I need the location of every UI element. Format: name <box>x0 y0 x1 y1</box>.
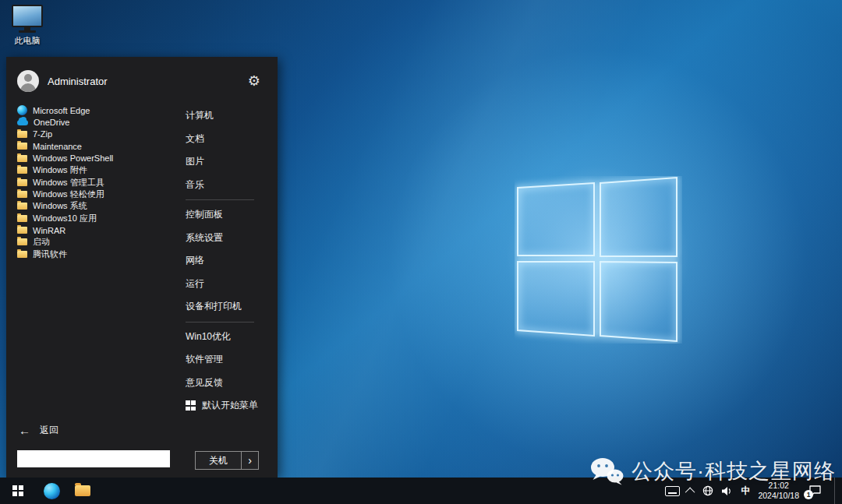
user-name: Administrator <box>48 76 108 87</box>
file-explorer-folder-icon <box>75 485 90 496</box>
menu-item-pictures[interactable]: 图片 <box>186 150 270 174</box>
menu-item-control-panel[interactable]: 控制面板 <box>186 203 270 227</box>
hidden-icons-chevron[interactable] <box>685 487 695 497</box>
menu-item-network[interactable]: 网络 <box>186 249 270 273</box>
program-item-winrar[interactable]: WinRAR <box>17 224 181 236</box>
menu-divider <box>186 322 254 322</box>
program-item-powershell[interactable]: Windows PowerShell <box>17 153 181 164</box>
user-avatar[interactable] <box>17 70 39 92</box>
start-search-input[interactable] <box>17 450 170 467</box>
menu-item-computer[interactable]: 计算机 <box>186 104 270 128</box>
program-label: Windows10 应用 <box>33 213 97 224</box>
watermark-text: 公众号·科技之星网络 <box>632 457 836 485</box>
folder-icon <box>17 143 27 150</box>
program-label: 启动 <box>33 236 50 248</box>
volume-icon[interactable] <box>721 486 733 496</box>
onedrive-cloud-icon <box>17 120 28 125</box>
taskbar-edge-button[interactable] <box>36 478 67 504</box>
folder-icon <box>17 227 27 234</box>
arrow-left-icon: ← <box>19 425 30 436</box>
program-item-tencent-software[interactable]: 腾讯软件 <box>17 248 181 260</box>
folder-icon <box>17 155 27 162</box>
menu-item-win10-optimize[interactable]: Win10优化 <box>186 326 270 349</box>
program-label: Windows 管理工具 <box>33 177 104 189</box>
menu-item-software-manager[interactable]: 软件管理 <box>186 348 270 372</box>
program-label: Microsoft Edge <box>33 106 90 115</box>
program-item-windows10-apps[interactable]: Windows10 应用 <box>17 213 181 224</box>
shutdown-button[interactable]: 关机 <box>196 452 241 469</box>
menu-item-music[interactable]: 音乐 <box>186 174 270 197</box>
folder-icon <box>17 238 27 245</box>
program-item-windows-admin-tools[interactable]: Windows 管理工具 <box>17 176 181 188</box>
program-item-7zip[interactable]: 7-Zip <box>17 129 181 140</box>
monitor-screen <box>12 5 43 27</box>
program-label: Windows PowerShell <box>33 153 113 163</box>
folder-icon <box>17 131 27 138</box>
program-label: 7-Zip <box>33 129 52 139</box>
program-item-edge[interactable]: Microsoft Edge <box>17 104 181 116</box>
shutdown-split-button: 关机 › <box>195 451 259 470</box>
start-button[interactable] <box>0 478 36 504</box>
menu-item-documents[interactable]: 文档 <box>186 128 270 151</box>
windows-hero-logo-icon <box>515 176 682 344</box>
program-item-windows-system[interactable]: Windows 系统 <box>17 200 181 212</box>
program-label: Windows 附件 <box>33 164 87 176</box>
edge-icon <box>44 483 60 499</box>
folder-icon <box>17 203 27 210</box>
windows-start-icon <box>12 485 23 496</box>
edge-icon <box>17 105 27 115</box>
start-menu: Administrator ⚙ Microsoft Edge OneDrive … <box>6 57 278 478</box>
menu-divider <box>186 199 254 200</box>
network-icon[interactable] <box>702 485 713 496</box>
back-label: 返回 <box>40 424 58 437</box>
program-label: WinRAR <box>33 226 65 235</box>
folder-icon <box>17 251 27 258</box>
default-start-menu-label: 默认开始菜单 <box>202 399 258 412</box>
program-item-startup[interactable]: 启动 <box>17 236 181 248</box>
this-pc-monitor-icon <box>12 5 43 33</box>
menu-item-devices-and-printers[interactable]: 设备和打印机 <box>186 295 270 319</box>
back-button[interactable]: ← 返回 <box>19 424 58 437</box>
watermark: 公众号·科技之星网络 <box>589 456 836 485</box>
menu-item-default-start-menu[interactable]: 默认开始菜单 <box>186 394 270 418</box>
program-item-windows-ease-of-access[interactable]: Windows 轻松使用 <box>17 189 181 200</box>
folder-icon <box>17 179 27 186</box>
program-list: Microsoft Edge OneDrive 7-Zip Maintenanc… <box>12 104 181 418</box>
monitor-base <box>19 30 36 33</box>
shutdown-options-chevron-icon[interactable]: › <box>241 452 258 469</box>
places-list: 计算机 文档 图片 音乐 控制面板 系统设置 网络 运行 设备和打印机 Win1… <box>181 104 270 418</box>
touch-keyboard-icon[interactable] <box>665 486 680 496</box>
program-label: OneDrive <box>34 118 69 127</box>
clock-date: 2024/10/18 <box>758 491 799 501</box>
desktop-icon-label: 此电脑 <box>5 35 50 47</box>
program-label: 腾讯软件 <box>33 248 67 260</box>
windows-logo-icon <box>186 400 196 411</box>
program-label: Windows 系统 <box>33 200 87 212</box>
start-menu-body: Microsoft Edge OneDrive 7-Zip Maintenanc… <box>6 102 278 418</box>
action-center-icon[interactable]: 1 <box>808 485 822 497</box>
start-menu-header: Administrator ⚙ <box>6 57 278 102</box>
ime-language-indicator[interactable]: 中 <box>741 485 750 498</box>
settings-gear-icon[interactable]: ⚙ <box>248 74 260 88</box>
program-item-onedrive[interactable]: OneDrive <box>17 116 181 128</box>
wechat-icon <box>589 456 624 485</box>
notification-badge: 1 <box>804 490 813 499</box>
folder-icon <box>17 215 27 222</box>
desktop-icon-this-pc[interactable]: 此电脑 <box>5 5 50 47</box>
folder-icon <box>17 191 27 198</box>
program-label: Maintenance <box>33 142 82 151</box>
program-label: Windows 轻松使用 <box>33 189 104 200</box>
folder-icon <box>17 167 27 174</box>
taskbar-file-explorer-button[interactable] <box>67 478 98 504</box>
menu-item-run[interactable]: 运行 <box>186 273 270 296</box>
program-item-windows-accessories[interactable]: Windows 附件 <box>17 164 181 176</box>
menu-item-system-settings[interactable]: 系统设置 <box>186 227 270 250</box>
program-item-maintenance[interactable]: Maintenance <box>17 140 181 152</box>
menu-item-feedback[interactable]: 意见反馈 <box>186 372 270 395</box>
